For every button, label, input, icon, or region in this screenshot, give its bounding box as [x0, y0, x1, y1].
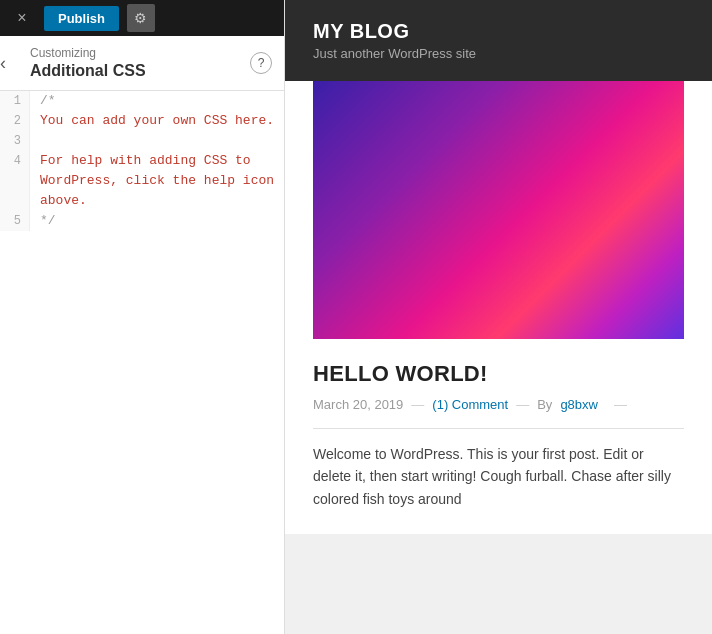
customizing-label: Customizing: [30, 46, 146, 60]
post-date: March 20, 2019: [313, 397, 403, 412]
preview-area: MY BLOG Just another WordPress site HELL…: [285, 0, 712, 634]
top-bar: × Publish ⚙: [0, 0, 284, 36]
customizing-header: ‹ Customizing Additional CSS ?: [0, 36, 284, 91]
publish-button[interactable]: Publish: [44, 6, 119, 31]
close-button[interactable]: ×: [8, 4, 36, 32]
customizing-labels: Customizing Additional CSS: [30, 46, 146, 80]
post-divider: [313, 428, 684, 429]
blog-title: MY BLOG: [313, 20, 684, 43]
code-line-5: 5 */: [0, 211, 284, 231]
post-dash-2: —: [516, 397, 529, 412]
line-number-2: 2: [0, 111, 30, 131]
code-line-3: 3: [0, 131, 284, 151]
post-meta: March 20, 2019 — (1) Comment — By g8bxw …: [313, 397, 684, 412]
blog-header: MY BLOG Just another WordPress site: [285, 0, 712, 81]
post-excerpt: Welcome to WordPress. This is your first…: [313, 443, 684, 510]
line-content-3: [30, 131, 40, 151]
post-dash-3: —: [614, 397, 627, 412]
line-content-1: /*: [30, 91, 56, 111]
code-line-2: 2 You can add your own CSS here.: [0, 111, 284, 131]
hero-image: [313, 81, 684, 339]
gear-button[interactable]: ⚙: [127, 4, 155, 32]
post-comments[interactable]: (1) Comment: [432, 397, 508, 412]
blog-content: HELLO WORLD! March 20, 2019 — (1) Commen…: [285, 81, 712, 534]
blog-subtitle: Just another WordPress site: [313, 46, 684, 61]
post-by-label: By: [537, 397, 552, 412]
line-content-4: For help with adding CSS to WordPress, c…: [30, 151, 274, 211]
code-line-4: 4 For help with adding CSS to WordPress,…: [0, 151, 284, 211]
back-button[interactable]: ‹: [0, 54, 6, 72]
line-content-5: */: [30, 211, 56, 231]
code-editor[interactable]: 1 /* 2 You can add your own CSS here. 3 …: [0, 91, 284, 634]
post-title: HELLO WORLD!: [313, 361, 684, 387]
code-line-1: 1 /*: [0, 91, 284, 111]
line-number-5: 5: [0, 211, 30, 231]
post-dash-1: —: [411, 397, 424, 412]
line-number-4: 4: [0, 151, 30, 211]
help-button[interactable]: ?: [250, 52, 272, 74]
line-number-1: 1: [0, 91, 30, 111]
line-number-3: 3: [0, 131, 30, 151]
customizing-title: Additional CSS: [30, 62, 146, 80]
line-content-2: You can add your own CSS here.: [30, 111, 274, 131]
post-author[interactable]: g8bxw: [560, 397, 598, 412]
left-panel: × Publish ⚙ ‹ Customizing Additional CSS…: [0, 0, 285, 634]
